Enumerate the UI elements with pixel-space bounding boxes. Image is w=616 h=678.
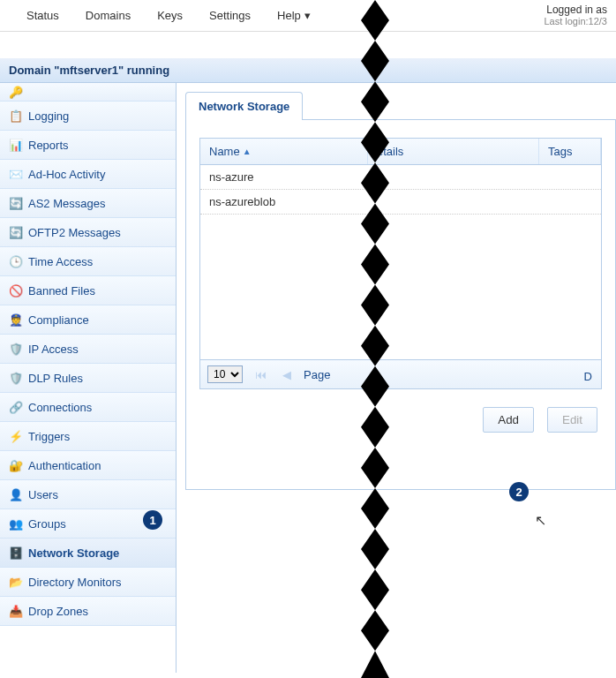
sidebar-item-label: Ad-Hoc Activity [28, 168, 105, 181]
pager-first-icon[interactable]: ⏮ [252, 368, 270, 381]
button-row: Add Edit [199, 407, 602, 433]
storage-icon: 🗄️ [9, 546, 23, 560]
pager-display: D [584, 370, 592, 383]
sidebar-item-triggers[interactable]: ⚡ Triggers [0, 422, 176, 451]
sidebar-item-label: DLP Rules [28, 372, 83, 385]
sort-asc-icon: ▲ [243, 147, 252, 156]
chevron-down-icon: ▾ [304, 9, 311, 22]
sidebar-item-label: Triggers [28, 430, 70, 443]
sidebar-item-reports[interactable]: 📊 Reports [0, 131, 176, 160]
sidebar-item-dirmon[interactable]: 📂 Directory Monitors [0, 568, 176, 597]
sidebar-item-label: Connections [28, 401, 92, 414]
sidebar-item-label: Authentication [28, 459, 101, 472]
sidebar-item-label: Drop Zones [28, 605, 88, 618]
sidebar-item-keys[interactable]: 🔑 Keys [0, 83, 176, 102]
mail-icon: ✉️ [9, 167, 23, 181]
menu-keys[interactable]: Keys [157, 9, 183, 22]
log-icon: 📋 [9, 109, 23, 123]
folder-icon: 📂 [9, 575, 23, 589]
table-header: Name ▲ etails Tags [200, 139, 601, 165]
menu-help[interactable]: Help ▾ [277, 9, 311, 22]
content-area: Network Storage Name ▲ etails Tags ns-az… [177, 83, 616, 673]
cell-details [368, 165, 539, 189]
pager: 10 ⏮ ◀ Page D [200, 359, 601, 388]
sidebar-item-label: Logging [28, 109, 69, 123]
menu-status[interactable]: Status [26, 9, 59, 22]
group-icon: 👥 [9, 516, 23, 531]
sidebar: 🔑 Keys 📋 Logging 📊 Reports ✉️ Ad-Hoc Act… [0, 83, 177, 673]
domain-status-bar: Domain "mftserver1" running [0, 58, 616, 83]
oftp2-icon: 🔄 [9, 225, 23, 239]
table-row[interactable]: ns-azure [200, 165, 601, 190]
sidebar-item-label: Compliance [28, 313, 89, 327]
cell-name: ns-azureblob [200, 190, 368, 214]
add-button[interactable]: Add [483, 407, 534, 433]
sidebar-item-label: Reports [28, 139, 69, 152]
sidebar-item-label: Groups [28, 517, 66, 531]
sidebar-item-auth[interactable]: 🔐 Authentication [0, 451, 176, 480]
last-login: Last login:12/3 [544, 16, 607, 26]
logged-in-as: Logged in as [544, 4, 607, 16]
sidebar-item-adhoc[interactable]: ✉️ Ad-Hoc Activity [0, 160, 176, 189]
sidebar-item-label: Directory Monitors [28, 576, 121, 589]
cell-tags [539, 165, 601, 189]
sidebar-item-connections[interactable]: 🔗 Connections [0, 393, 176, 422]
col-details[interactable]: etails [368, 139, 539, 164]
link-icon: 🔗 [9, 400, 23, 414]
sidebar-item-label: Users [28, 488, 58, 501]
tab-network-storage[interactable]: Network Storage [185, 92, 303, 120]
user-icon: 👤 [9, 487, 23, 501]
col-tags[interactable]: Tags [539, 139, 601, 164]
menu-settings[interactable]: Settings [209, 9, 251, 22]
sidebar-item-label: Time Access [28, 255, 93, 268]
ban-icon: 🚫 [9, 283, 23, 298]
sidebar-item-ipaccess[interactable]: 🛡️ IP Access [0, 335, 176, 364]
lock-icon: 🔐 [9, 458, 23, 472]
chart-icon: 📊 [9, 138, 23, 152]
sidebar-item-dlp[interactable]: 🛡️ DLP Rules [0, 364, 176, 393]
sidebar-item-label: AS2 Messages [28, 197, 105, 210]
cell-name: ns-azure [200, 165, 368, 189]
sidebar-item-label: Network Storage [28, 546, 119, 560]
shield-icon: 🛡️ [9, 342, 23, 356]
inbox-icon: 📥 [9, 604, 23, 618]
pager-page-label: Page [304, 368, 330, 381]
sidebar-item-oftp2[interactable]: 🔄 OFTP2 Messages [0, 218, 176, 247]
sidebar-item-network-storage[interactable]: 🗄️ Network Storage [0, 539, 176, 568]
officer-icon: 👮 [9, 313, 23, 327]
menu-domains[interactable]: Domains [86, 9, 131, 22]
sidebar-item-label: Banned Files [28, 284, 95, 298]
as2-icon: 🔄 [9, 196, 23, 210]
sidebar-item-label: OFTP2 Messages [28, 226, 121, 239]
menu-help-label: Help [277, 9, 301, 22]
clock-icon: 🕒 [9, 254, 23, 268]
annotation-badge-1: 1 [143, 510, 162, 530]
cell-tags [539, 190, 601, 214]
sidebar-item-users[interactable]: 👤 Users [0, 480, 176, 509]
col-name[interactable]: Name ▲ [200, 139, 368, 164]
bolt-icon: ⚡ [9, 429, 23, 443]
storage-table: Name ▲ etails Tags ns-azure ns-azureblob [199, 138, 602, 389]
sidebar-item-logging[interactable]: 📋 Logging [0, 102, 176, 131]
sidebar-item-banned[interactable]: 🚫 Banned Files [0, 276, 176, 305]
sidebar-item-label: IP Access [28, 343, 79, 356]
sidebar-item-timeaccess[interactable]: 🕒 Time Access [0, 247, 176, 276]
login-info: Logged in as Last login:12/3 [544, 4, 607, 26]
table-body: ns-azure ns-azureblob [200, 165, 601, 359]
sidebar-item-dropzones[interactable]: 📥 Drop Zones [0, 597, 176, 626]
top-menu: Status Domains Keys Settings Help ▾ [0, 0, 616, 32]
sidebar-item-as2[interactable]: 🔄 AS2 Messages [0, 189, 176, 218]
key-icon: 🔑 [9, 85, 23, 99]
edit-button: Edit [547, 407, 597, 433]
page-size-select[interactable]: 10 [207, 365, 243, 383]
pager-prev-icon[interactable]: ◀ [279, 368, 295, 381]
shield-icon: 🛡️ [9, 371, 23, 385]
cursor-icon: ↖ [535, 512, 546, 529]
sidebar-item-compliance[interactable]: 👮 Compliance [0, 305, 176, 335]
cell-details [368, 190, 539, 214]
table-row[interactable]: ns-azureblob [200, 190, 601, 215]
annotation-badge-2: 2 [509, 482, 529, 501]
panel: Name ▲ etails Tags ns-azure ns-azureblob [185, 119, 616, 490]
